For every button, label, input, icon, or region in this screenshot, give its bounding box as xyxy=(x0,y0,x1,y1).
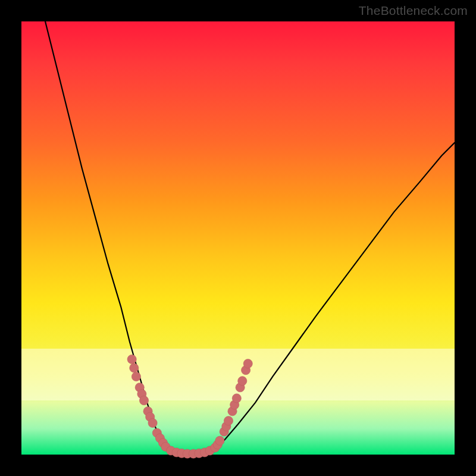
scatter-dot xyxy=(131,372,140,381)
scatter-dot xyxy=(232,394,241,403)
scatter-dot xyxy=(148,418,157,427)
scatter-dot xyxy=(215,436,224,445)
bottleneck-curve xyxy=(45,21,455,455)
plot-area xyxy=(21,21,455,455)
scatter-dot xyxy=(127,355,136,364)
scatter-dot xyxy=(238,377,247,386)
scatter-dot xyxy=(224,416,233,425)
watermark-text: TheBottleneck.com xyxy=(359,4,468,18)
curve-layer xyxy=(21,21,455,455)
chart-stage: TheBottleneck.com xyxy=(0,0,476,476)
scatter-dot xyxy=(139,396,148,405)
scatter-dot xyxy=(130,364,139,372)
scatter-dot xyxy=(243,359,252,368)
scatter-dots xyxy=(127,355,252,458)
